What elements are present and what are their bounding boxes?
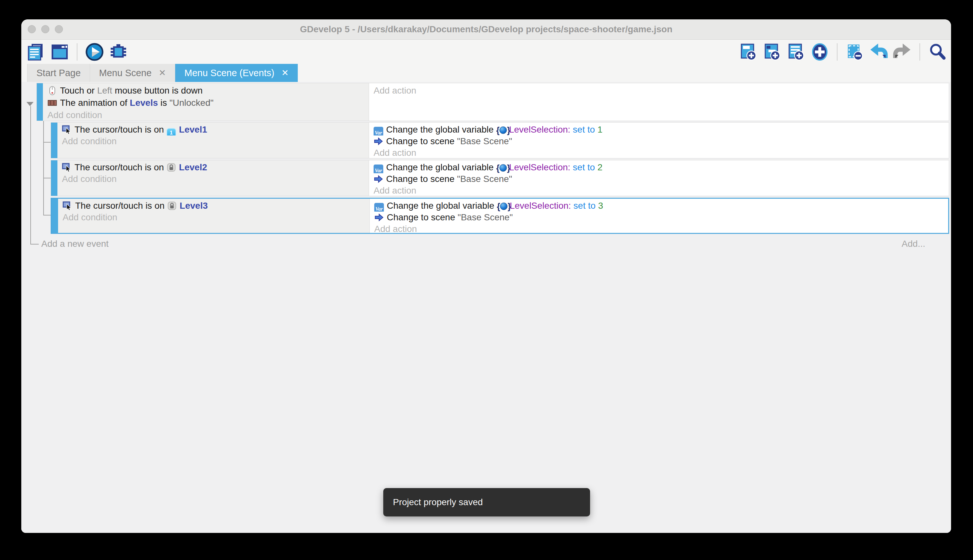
- collapse-triangle-icon[interactable]: [27, 102, 33, 106]
- tab-menu-scene-events[interactable]: Menu Scene (Events)✕: [175, 64, 297, 82]
- delete-selection-icon[interactable]: [845, 43, 864, 61]
- tab-start-page[interactable]: Start Page: [27, 64, 90, 82]
- project-manager-icon[interactable]: [27, 43, 45, 61]
- event-selection-bar[interactable]: [52, 199, 58, 233]
- action-change-global-variable[interactable]: VarChange the global variable {}LevelSel…: [374, 200, 948, 212]
- animation-icon: [47, 98, 57, 108]
- condition-cursor-on[interactable]: The cursor/touch is on Level3: [63, 200, 369, 212]
- close-window-button[interactable]: [28, 25, 36, 33]
- add-condition-button[interactable]: Add condition: [63, 212, 369, 223]
- object-name: Level2: [179, 162, 207, 172]
- conditions-cell: The cursor/touch is on 1Level1 Add condi…: [57, 123, 369, 158]
- events-sheet: Touch or Left mouse button is down The a…: [21, 82, 951, 533]
- condition-cursor-on[interactable]: The cursor/touch is on Level2: [62, 162, 369, 173]
- conditions-cell: The cursor/touch is on Level3 Add condit…: [58, 199, 370, 233]
- tree-line: [43, 215, 51, 215]
- global-variable-icon: {}: [496, 125, 508, 134]
- minimize-window-button[interactable]: [41, 25, 49, 33]
- condition-text: is: [158, 98, 170, 108]
- add-subevent-icon[interactable]: [763, 43, 781, 61]
- action-change-scene[interactable]: Change to scene "Base Scene": [374, 212, 948, 223]
- level-locked-icon: [167, 201, 177, 211]
- object-name: Level1: [179, 125, 207, 135]
- condition-text: The cursor/touch is on: [75, 162, 167, 172]
- event-row-parent[interactable]: Touch or Left mouse button is down The a…: [37, 83, 949, 121]
- condition-text: The cursor/touch is on: [75, 201, 167, 211]
- toolbar: [21, 40, 951, 64]
- event-row-level3[interactable]: The cursor/touch is on Level3 Add condit…: [51, 198, 949, 234]
- tab-label: Start Page: [37, 68, 81, 78]
- redo-icon[interactable]: [893, 43, 912, 61]
- action-text: Change the global variable: [386, 125, 496, 135]
- add-event-icon[interactable]: [739, 43, 758, 61]
- action-change-global-variable[interactable]: VarChange the global variable {}LevelSel…: [373, 124, 949, 135]
- value: 3: [598, 201, 603, 211]
- toast-message: Project properly saved: [393, 497, 483, 507]
- tree-line: [43, 142, 51, 143]
- add-condition-button[interactable]: Add condition: [47, 109, 369, 121]
- add-action-button[interactable]: Add action: [373, 185, 949, 196]
- colon: :: [568, 201, 573, 211]
- level-unlocked-icon: 1: [167, 128, 176, 135]
- tab-label: Menu Scene: [99, 68, 152, 78]
- preview-play-icon[interactable]: [85, 43, 104, 61]
- variable-icon: Var: [373, 127, 383, 135]
- event-selection-bar[interactable]: [51, 123, 57, 158]
- zoom-window-button[interactable]: [55, 25, 63, 33]
- change-scene-icon: [373, 174, 383, 184]
- gdevelop-window: GDevelop 5 - /Users/dkarakay/Documents/G…: [21, 19, 951, 533]
- change-scene-icon: [374, 213, 384, 222]
- condition-param: Left: [97, 85, 112, 95]
- operator: set to: [573, 162, 598, 172]
- action-text: Change to scene: [386, 174, 457, 184]
- object-name: Levels: [130, 98, 158, 108]
- action-change-scene[interactable]: Change to scene "Base Scene": [373, 173, 949, 185]
- variable-icon: Var: [373, 165, 383, 173]
- conditions-cell: The cursor/touch is on Level2 Add condit…: [57, 160, 369, 196]
- toolbar-separator: [837, 43, 838, 61]
- event-selection-bar[interactable]: [37, 83, 43, 121]
- event-row-level2[interactable]: The cursor/touch is on Level2 Add condit…: [51, 160, 949, 196]
- variable-name: LevelSelection: [510, 201, 568, 211]
- variable-name: LevelSelection: [509, 125, 568, 135]
- add-action-button[interactable]: Add action: [373, 147, 949, 158]
- action-change-global-variable[interactable]: VarChange the global variable {}LevelSel…: [373, 162, 949, 173]
- action-change-scene[interactable]: Change to scene "Base Scene": [373, 135, 949, 147]
- tree-line: [43, 178, 51, 178]
- add-condition-button[interactable]: Add condition: [62, 135, 369, 147]
- tab-label: Menu Scene (Events): [184, 68, 274, 78]
- toast-notification: Project properly saved: [383, 488, 590, 517]
- tab-menu-scene[interactable]: Menu Scene✕: [90, 64, 175, 82]
- operator: set to: [573, 125, 598, 135]
- add-action-button[interactable]: Add action: [373, 85, 949, 97]
- add-more-button[interactable]: Add...: [902, 239, 925, 249]
- condition-animation[interactable]: The animation of Levels is "Unlocked": [47, 97, 369, 109]
- cursor-icon: [63, 201, 72, 211]
- conditions-cell: Touch or Left mouse button is down The a…: [43, 83, 369, 121]
- event-selection-bar[interactable]: [51, 160, 57, 196]
- add-comment-icon[interactable]: [786, 43, 805, 61]
- add-action-button[interactable]: Add action: [374, 223, 948, 233]
- mouse-icon: [47, 86, 57, 95]
- condition-mouse-down[interactable]: Touch or Left mouse button is down: [47, 85, 369, 97]
- undo-icon[interactable]: [869, 43, 888, 61]
- scene-editor-icon[interactable]: [50, 43, 69, 61]
- action-text: Change to scene: [387, 212, 458, 222]
- traffic-lights: [28, 25, 63, 33]
- add-new-event-button[interactable]: Add a new event: [41, 239, 109, 249]
- event-row-level1[interactable]: The cursor/touch is on 1Level1 Add condi…: [51, 122, 949, 158]
- condition-text: mouse button is down: [112, 85, 203, 95]
- close-icon[interactable]: ✕: [281, 68, 289, 78]
- add-condition-button[interactable]: Add condition: [62, 173, 369, 185]
- action-text: Change to scene: [386, 136, 457, 146]
- cursor-icon: [62, 125, 72, 135]
- debugger-icon[interactable]: [109, 43, 128, 61]
- string-value: "Base Scene": [458, 212, 513, 222]
- search-icon[interactable]: [928, 43, 946, 61]
- add-more-icon[interactable]: [810, 43, 829, 61]
- condition-cursor-on[interactable]: The cursor/touch is on 1Level1: [62, 124, 369, 135]
- condition-text: The animation of: [60, 98, 130, 108]
- close-icon[interactable]: ✕: [159, 68, 166, 78]
- tree-line: [30, 106, 31, 245]
- colon: :: [568, 162, 573, 172]
